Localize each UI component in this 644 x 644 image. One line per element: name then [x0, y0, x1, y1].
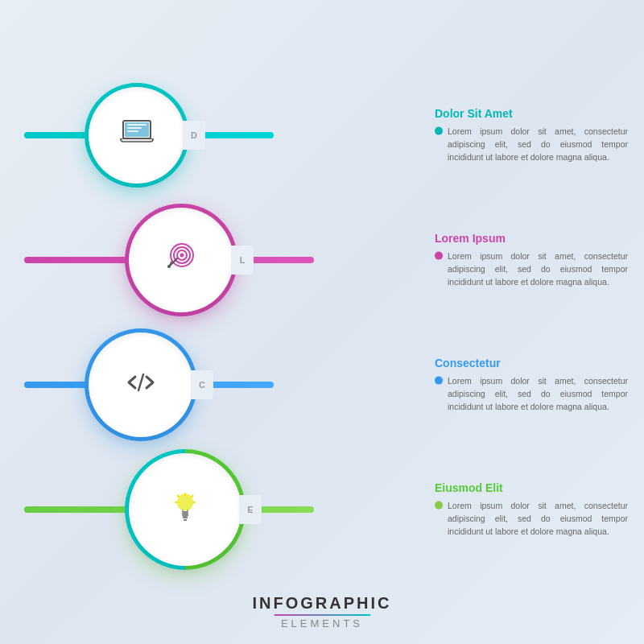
- row-1-title: Dolor Sit Amet: [435, 106, 628, 119]
- item-row-2: L Lorem Ipsum Lorem ipsum dolor sit amet…: [0, 197, 644, 322]
- row-1-tag: D: [183, 121, 205, 150]
- row-1-body: Lorem ipsum dolor sit amet, consectetur …: [448, 124, 628, 163]
- row-3-circle-outer: [85, 328, 197, 441]
- row-4-dot: [435, 501, 443, 509]
- svg-point-8: [180, 253, 184, 257]
- svg-rect-3: [127, 127, 142, 129]
- laptop-icon: [117, 113, 157, 158]
- row-3-circle-inner: [89, 332, 193, 437]
- row-3-body: Lorem ipsum dolor sit amet, consectetur …: [448, 374, 628, 413]
- row-4-text: Eiusmod Elit Lorem ipsum dolor sit amet,…: [435, 481, 628, 538]
- row-1-dot-row: Lorem ipsum dolor sit amet, consectetur …: [435, 124, 628, 163]
- row-4-circle-outer: [125, 449, 246, 570]
- row-2-dot: [435, 251, 443, 259]
- footer-divider: [274, 614, 370, 616]
- row-3-tag: C: [191, 370, 213, 399]
- row-3-dot-row: Lorem ipsum dolor sit amet, consectetur …: [435, 374, 628, 413]
- row-1-circle-inner: [89, 87, 185, 184]
- row-2-circle-inner: [129, 208, 233, 312]
- item-row-3: C Consectetur Lorem ipsum dolor sit amet…: [0, 322, 644, 447]
- footer-subtitle: ELEMENTS: [253, 617, 392, 630]
- row-2-text: Lorem Ipsum Lorem ipsum dolor sit amet, …: [435, 231, 628, 288]
- row-1-circle-outer: [85, 83, 189, 188]
- row-3-dot: [435, 376, 443, 384]
- bulb-icon: [165, 487, 205, 532]
- items-wrapper: D Dolor Sit Amet Lorem ipsum dolor sit a…: [0, 56, 644, 588]
- row-4-circle-inner: [129, 453, 242, 566]
- row-2-circle-outer: [125, 204, 237, 316]
- target-icon: [161, 237, 201, 283]
- row-2-title: Lorem Ipsum: [435, 231, 628, 244]
- item-row-1: D Dolor Sit Amet Lorem ipsum dolor sit a…: [0, 72, 644, 197]
- row-2-tag: L: [231, 246, 254, 275]
- footer: INFOGRAPHIC ELEMENTS: [253, 594, 392, 630]
- infographic-container: D Dolor Sit Amet Lorem ipsum dolor sit a…: [0, 0, 644, 644]
- row-4-title: Eiusmod Elit: [435, 481, 628, 493]
- row-2-body: Lorem ipsum dolor sit amet, consectetur …: [448, 249, 628, 288]
- row-3-text: Consectetur Lorem ipsum dolor sit amet, …: [435, 356, 628, 413]
- item-row-4: E Eiusmod Elit Lorem ipsum dolor sit ame…: [0, 447, 644, 572]
- svg-line-12: [138, 374, 143, 390]
- row-4-dot-row: Lorem ipsum dolor sit amet, consectetur …: [435, 498, 628, 538]
- row-4-tag: E: [239, 495, 262, 524]
- code-icon: [121, 362, 161, 407]
- row-4-body: Lorem ipsum dolor sit amet, consectetur …: [448, 498, 628, 538]
- footer-title: INFOGRAPHIC: [253, 594, 392, 613]
- row-2-dot-row: Lorem ipsum dolor sit amet, consectetur …: [435, 249, 628, 288]
- row-1-dot: [435, 126, 443, 134]
- row-1-text: Dolor Sit Amet Lorem ipsum dolor sit ame…: [435, 106, 628, 163]
- svg-rect-2: [127, 124, 147, 126]
- svg-rect-4: [127, 130, 138, 132]
- row-3-title: Consectetur: [435, 356, 628, 369]
